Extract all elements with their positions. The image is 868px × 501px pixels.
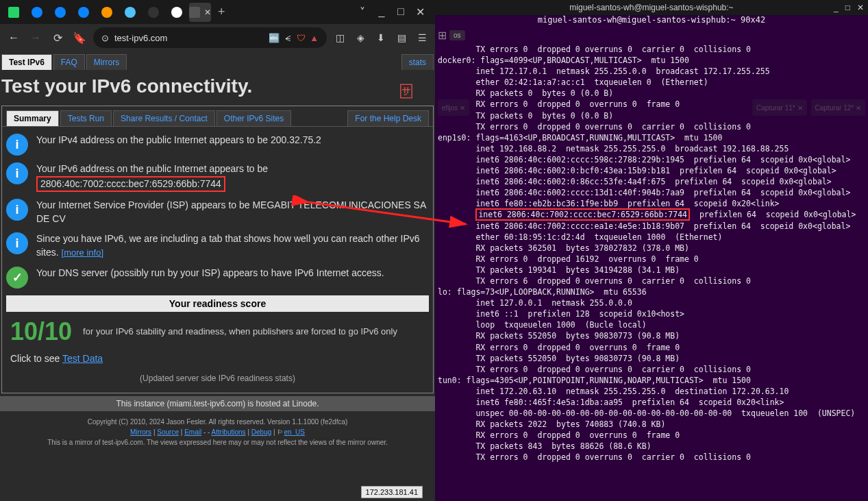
tab-3[interactable] [49,3,71,22]
updated-note: (Updated server side IPv6 readiness stat… [6,371,429,386]
result-tab-note: i Since you have IPv6, we are including … [6,232,429,259]
bookmark-icon[interactable]: 🔖 [71,32,88,45]
dropdown-icon[interactable]: ˅ [356,5,369,19]
terminal-titlebar: miguel-santos-wh@miguel-santos-wisphub:~… [435,0,868,15]
info-icon: i [6,199,28,221]
subtab-other-sites[interactable]: Other IPv6 Sites [216,110,291,126]
translate-icon[interactable]: 🔤 [269,33,280,43]
reload-button[interactable]: ⟳ [49,32,66,45]
terminal-window: miguel-santos-wh@miguel-santos-wisphub:~… [435,0,868,501]
tab-stats[interactable]: stats [401,54,434,70]
new-tab-button[interactable]: + [212,5,231,19]
instance-note: This instance (miami.test-ipv6.com) is h… [0,396,435,411]
maximize-button[interactable]: □ [394,5,408,19]
info-icon: i [6,162,28,184]
test-data-link[interactable]: Test Data [62,353,103,364]
bg-tab-1[interactable]: os [449,30,465,40]
close-button[interactable]: ✕ [413,5,427,19]
footer-locale[interactable]: en_US [284,428,305,436]
wallet-icon[interactable]: ◈ [353,30,368,45]
subtab-help-desk[interactable]: For the Help Desk [347,110,429,126]
terminal-bg-tabs: ⊞ os [435,27,868,42]
window-controls: ˅ _ □ ✕ [356,5,432,19]
forward-button[interactable]: → [27,32,44,44]
page-title: Test your IPv6 connectivity. [0,70,435,103]
term-menu-icon[interactable]: ⊞ [438,29,447,42]
tab-6[interactable] [119,3,141,22]
footer: Copyright (C) 2010, 2024 Jason Fesler. A… [0,411,435,453]
term-maximize[interactable]: □ [845,3,850,12]
dns-text: Your DNS server (possibly run by your IS… [36,267,384,280]
subtab-tests-run[interactable]: Tests Run [60,110,112,126]
ip-badge: 172.233.181.41 [361,486,423,498]
share-icon[interactable]: ⪪ [284,33,293,43]
sidebar-icon[interactable]: ▤ [394,30,409,45]
result-dns: ✓ Your DNS server (possibly run by your … [6,267,429,289]
site-info-icon[interactable]: ⊙ [101,33,109,43]
footer-mirrors[interactable]: Mirrors [130,428,151,436]
subtab-summary[interactable]: Summary [6,110,59,126]
language-icon[interactable]: 🈂 [398,82,414,101]
ipv6-address-highlighted: 2806:40c:7002:cccc:bec7:6529:66bb:7744 [36,176,225,193]
disclaimer: This is a mirror of test-ipv6.com. The v… [5,437,430,448]
readiness-header: Your readiness score [6,295,429,312]
tab-active[interactable]: ✕ [189,3,211,22]
info-icon: i [6,134,28,156]
test-data-line: Click to see Test Data [6,346,429,371]
bg-tab-capturar12[interactable]: Capturar 12* ✕ [811,99,865,116]
ipv4-text: Your IPv4 address on the public Internet… [36,134,321,147]
info-icon: i [6,232,28,254]
download-icon[interactable]: ⬇ [373,30,388,45]
tab-2[interactable] [26,3,48,22]
browser-window: ✕ + ˅ _ □ ✕ ← → ⟳ 🔖 ⊙ test-ipv6.com 🔤 ⪪ … [0,0,435,501]
terminal-subtitle: miguel-santos-wh@miguel-santos-wisphub:~… [435,15,868,27]
subtab-share[interactable]: Share Results / Contact [113,110,215,126]
copyright: Copyright (C) 2010, 2024 Jason Fesler. A… [5,417,430,427]
tab-test-ipv6[interactable]: Test IPv6 [1,54,52,70]
url-text: test-ipv6.com [114,33,167,43]
result-isp: i Your Internet Service Provider (ISP) a… [6,199,429,225]
check-icon: ✓ [6,267,28,289]
footer-attributions[interactable]: Attributions [212,428,246,436]
browser-tabs-bar: ✕ + ˅ _ □ ✕ [0,0,435,24]
tab-whatsapp[interactable] [3,3,25,22]
bg-tab-capturar11[interactable]: Capturar 11* ✕ [752,99,806,116]
tab-mirrors[interactable]: Mirrors [86,54,127,70]
bg-tab-efijos[interactable]: efijos ✕ [438,99,469,116]
tab-github[interactable] [166,3,188,22]
brave-shield-icon[interactable]: 🛡 [297,33,306,43]
more-info-link[interactable]: [more info] [62,247,103,258]
tab-5[interactable] [96,3,118,22]
ipv6-label: Your IPv6 address on the public Internet… [36,163,268,174]
url-field[interactable]: ⊙ test-ipv6.com 🔤 ⪪ 🛡 ▲ [93,27,327,48]
result-ipv6: i Your IPv6 address on the public Intern… [6,162,429,192]
page-content: Test IPv6 FAQ Mirrors stats 🈂 Test your … [0,51,435,501]
tab-4[interactable] [73,3,95,22]
term-minimize[interactable]: _ [834,3,839,12]
isp-text: Your Internet Service Provider (ISP) app… [36,199,429,225]
url-bar: ← → ⟳ 🔖 ⊙ test-ipv6.com 🔤 ⪪ 🛡 ▲ ◫ ◈ ⬇ ▤ … [0,24,435,51]
term-close[interactable]: ✕ [857,3,864,12]
terminal-title: miguel-santos-wh@miguel-santos-wisphub:~ [569,3,733,12]
result-ipv4: i Your IPv4 address on the public Intern… [6,134,429,156]
tab-faq[interactable]: FAQ [53,54,85,70]
footer-debug[interactable]: Debug [251,428,271,436]
tab-7[interactable] [142,3,164,22]
menu-icon[interactable]: ☰ [414,30,430,45]
extension-icon[interactable]: ◫ [332,30,347,45]
minimize-button[interactable]: _ [375,5,388,19]
back-button[interactable]: ← [5,32,22,44]
footer-source[interactable]: Source [157,428,179,436]
readiness-desc: for your IPv6 stability and readiness, w… [83,326,397,337]
readiness-score: 10/10 [10,317,72,346]
footer-email[interactable]: Email [184,428,201,436]
warning-icon[interactable]: ▲ [310,33,319,43]
results-box: Summary Tests Run Share Results / Contac… [1,106,434,393]
